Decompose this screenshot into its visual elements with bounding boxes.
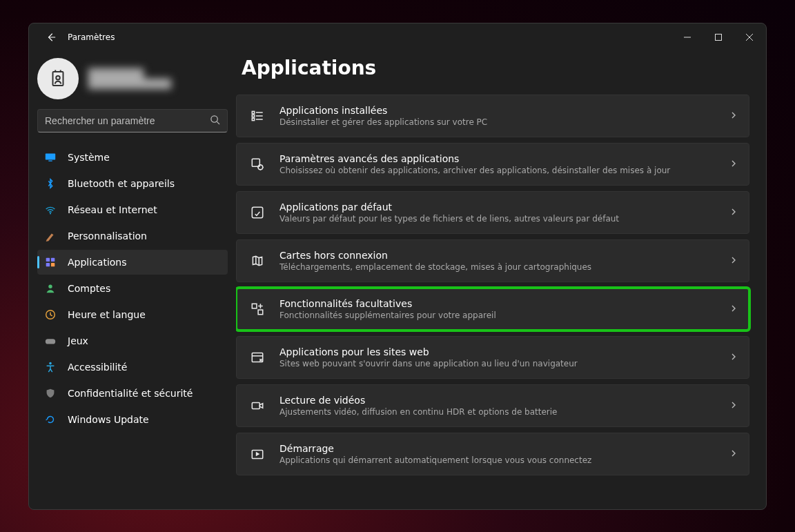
svg-rect-21 bbox=[252, 304, 257, 308]
main-content: Applications Applications installéesDési… bbox=[236, 51, 766, 509]
svg-rect-13 bbox=[46, 339, 55, 344]
profile-block[interactable]: ████████████████████ bbox=[37, 55, 228, 109]
sidebar-item-label: Système bbox=[68, 152, 110, 163]
sidebar-item-windows-update[interactable]: Windows Update bbox=[37, 407, 228, 432]
web-app-icon bbox=[249, 349, 266, 366]
startup-icon bbox=[249, 446, 266, 462]
chevron-right-icon bbox=[729, 109, 738, 122]
card-title: Paramètres avancés des applications bbox=[279, 153, 716, 164]
card-subtitle: Valeurs par défaut pour les types de fic… bbox=[279, 214, 716, 224]
card-subtitle: Téléchargements, emplacement de stockage… bbox=[279, 262, 716, 272]
sidebar-item-syst-me[interactable]: Système bbox=[37, 145, 228, 170]
monitor-icon bbox=[44, 151, 57, 164]
sidebar-item-label: Confidentialité et sécurité bbox=[68, 388, 193, 399]
card-subtitle: Sites web pouvant s'ouvrir dans une appl… bbox=[279, 359, 716, 368]
sidebar-item-label: Personnalisation bbox=[68, 230, 147, 242]
card-subtitle: Applications qui démarrent automatiqueme… bbox=[279, 455, 716, 465]
settings-card[interactable]: Fonctionnalités facultativesFonctionnali… bbox=[236, 288, 749, 331]
chevron-right-icon bbox=[729, 157, 738, 170]
chevron-right-icon bbox=[729, 206, 738, 219]
video-icon bbox=[249, 397, 266, 414]
sidebar: ████████████████████ SystèmeBluetooth et… bbox=[29, 51, 236, 509]
svg-rect-22 bbox=[258, 310, 263, 315]
sidebar-item-confidentialit-et-s-curit-[interactable]: Confidentialité et sécurité bbox=[37, 381, 228, 406]
svg-point-3 bbox=[211, 115, 217, 121]
cards-list: Applications installéesDésinstaller et g… bbox=[236, 95, 754, 509]
search-input[interactable] bbox=[45, 115, 210, 126]
minimize-button[interactable] bbox=[671, 26, 703, 48]
card-title: Lecture de vidéos bbox=[279, 395, 716, 406]
gamepad-icon bbox=[44, 335, 57, 347]
sidebar-item-accessibilit-[interactable]: Accessibilité bbox=[37, 355, 228, 380]
default-app-icon bbox=[249, 204, 266, 221]
card-title: Applications par défaut bbox=[279, 201, 716, 213]
settings-card[interactable]: Applications pour les sites webSites web… bbox=[236, 336, 749, 379]
svg-rect-10 bbox=[51, 262, 55, 266]
sidebar-item-jeux[interactable]: Jeux bbox=[37, 328, 228, 353]
shield-icon bbox=[44, 387, 57, 400]
svg-rect-24 bbox=[252, 402, 259, 408]
brush-icon bbox=[44, 230, 57, 242]
update-icon bbox=[44, 413, 57, 426]
sidebar-item-label: Réseau et Internet bbox=[68, 204, 157, 215]
settings-card[interactable]: DémarrageApplications qui démarrent auto… bbox=[236, 433, 749, 475]
svg-point-11 bbox=[48, 284, 52, 288]
svg-rect-7 bbox=[46, 257, 50, 261]
map-icon bbox=[249, 253, 266, 269]
sidebar-item-personnalisation[interactable]: Personnalisation bbox=[37, 224, 228, 248]
maximize-button[interactable] bbox=[703, 26, 734, 48]
page-title: Applications bbox=[236, 51, 754, 95]
settings-card[interactable]: Applications par défautValeurs par défau… bbox=[236, 191, 749, 234]
svg-rect-0 bbox=[715, 34, 721, 40]
svg-rect-4 bbox=[46, 153, 55, 159]
clock-icon bbox=[44, 308, 57, 321]
card-title: Fonctionnalités facultatives bbox=[279, 298, 716, 309]
sidebar-item-applications[interactable]: Applications bbox=[37, 250, 228, 275]
settings-card[interactable]: Lecture de vidéosAjustements vidéo, diff… bbox=[236, 384, 749, 427]
card-title: Applications pour les sites web bbox=[279, 346, 716, 357]
sidebar-item-r-seau-et-internet[interactable]: Réseau et Internet bbox=[37, 197, 228, 222]
settings-card[interactable]: Paramètres avancés des applicationsChois… bbox=[236, 143, 749, 186]
svg-point-2 bbox=[56, 76, 60, 80]
chevron-right-icon bbox=[729, 447, 738, 460]
search-box[interactable] bbox=[37, 109, 228, 132]
svg-rect-20 bbox=[252, 207, 262, 217]
sidebar-item-label: Comptes bbox=[68, 283, 110, 294]
card-title: Démarrage bbox=[279, 443, 716, 454]
avatar bbox=[37, 58, 79, 99]
card-subtitle: Désinstaller et gérer des applications s… bbox=[279, 117, 716, 127]
sidebar-item-heure-et-langue[interactable]: Heure et langue bbox=[37, 302, 228, 327]
svg-rect-17 bbox=[252, 118, 254, 120]
sidebar-item-bluetooth-et-appareils[interactable]: Bluetooth et appareils bbox=[37, 171, 228, 196]
close-button[interactable] bbox=[734, 26, 765, 48]
chevron-right-icon bbox=[729, 351, 738, 364]
back-button[interactable] bbox=[41, 28, 61, 47]
sidebar-item-label: Jeux bbox=[68, 335, 88, 346]
accessibility-icon bbox=[44, 361, 57, 373]
settings-card[interactable]: Applications installéesDésinstaller et g… bbox=[236, 95, 749, 137]
chevron-right-icon bbox=[729, 399, 738, 412]
settings-window: Paramètres ████████████████████ bbox=[28, 23, 767, 510]
svg-rect-9 bbox=[46, 262, 50, 266]
features-icon bbox=[249, 301, 266, 317]
profile-name: ████████████████████ bbox=[88, 68, 171, 89]
sidebar-item-comptes[interactable]: Comptes bbox=[37, 276, 228, 301]
svg-rect-16 bbox=[252, 115, 254, 117]
sidebar-item-label: Accessibilité bbox=[68, 362, 127, 373]
svg-point-19 bbox=[258, 165, 263, 170]
sidebar-item-label: Bluetooth et appareils bbox=[68, 178, 175, 189]
titlebar: Paramètres bbox=[29, 23, 766, 51]
gear-app-icon bbox=[249, 156, 266, 173]
card-subtitle: Fonctionnalités supplémentaires pour vot… bbox=[279, 311, 716, 320]
sidebar-item-label: Windows Update bbox=[68, 414, 149, 425]
settings-card[interactable]: Cartes hors connexionTéléchargements, em… bbox=[236, 239, 749, 282]
chevron-right-icon bbox=[729, 302, 738, 315]
apps-icon bbox=[44, 256, 57, 268]
svg-rect-15 bbox=[252, 111, 254, 113]
svg-point-6 bbox=[50, 213, 51, 214]
person-icon bbox=[44, 282, 57, 295]
wifi-icon bbox=[44, 204, 57, 216]
bluetooth-icon bbox=[44, 177, 57, 190]
window-title: Paramètres bbox=[68, 32, 115, 42]
chevron-right-icon bbox=[729, 254, 738, 267]
